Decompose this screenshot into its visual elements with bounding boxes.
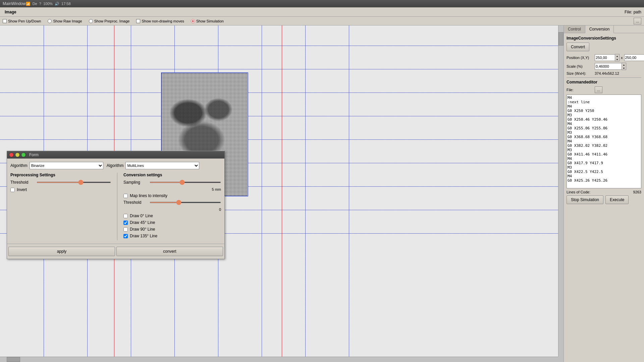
size-value: 374.44x562.12: [595, 71, 619, 75]
position-x-arrows[interactable]: ▲ ▼: [615, 54, 620, 61]
algo-left-select[interactable]: Binarize Grayscale Dithering: [30, 162, 103, 169]
threshold2-label: Threshold: [123, 200, 147, 205]
draw-135-row: Draw 135° Line: [123, 234, 221, 238]
sampling-slider[interactable]: [150, 182, 221, 183]
preprocessing-title: Preprocessing Settings: [10, 173, 111, 177]
lines-of-code-value: 9263: [633, 190, 641, 194]
dialog-max-btn[interactable]: [21, 153, 26, 157]
image-conversion-title: ImageConversionSettings: [567, 36, 641, 41]
cmd-file-row: File: ...: [567, 86, 641, 93]
volume-icon: 🔊: [55, 2, 59, 6]
scale-up[interactable]: ▲: [622, 63, 626, 66]
scroll-corner: [558, 357, 564, 362]
show-preproc-label: Show Preproc. Image: [94, 19, 130, 23]
draw-45-label: Draw 45° Line: [130, 220, 155, 225]
algo-right-select[interactable]: MultiLines Lines Spiral: [125, 162, 199, 169]
draw-135-checkbox[interactable]: [123, 234, 128, 238]
position-x-input[interactable]: ▲ ▼: [595, 54, 620, 61]
position-x-field[interactable]: [595, 54, 615, 61]
tab-conversion[interactable]: Conversion: [585, 25, 614, 33]
action-row: Stop Simulation Execute: [567, 195, 641, 204]
show-simulation-radio[interactable]: [191, 19, 195, 23]
show-raw-toggle[interactable]: Show Raw Image: [48, 19, 82, 23]
draw-90-checkbox[interactable]: [123, 227, 128, 232]
toolbar-ellipsis-btn[interactable]: ...: [634, 18, 641, 24]
map-lines-label: Map lines to intensity: [130, 193, 167, 198]
convert-dialog-button[interactable]: convert: [116, 247, 223, 256]
form-dialog: Form Algorithm Binarize Grayscale Dither…: [7, 151, 225, 259]
form-preprocessing: Preprocessing Settings Threshold Invert: [10, 173, 111, 240]
draw-135-label: Draw 135° Line: [130, 234, 157, 238]
invert-label: Invert: [17, 187, 27, 192]
draw-45-checkbox[interactable]: [123, 221, 128, 225]
show-simulation-toggle[interactable]: Show Simulation: [191, 19, 224, 23]
scale-arrows[interactable]: ▲ ▼: [622, 63, 626, 70]
form-panels: Preprocessing Settings Threshold Invert …: [10, 173, 221, 240]
draw-0-label: Draw 0° Line: [130, 214, 153, 218]
file-label: File:: [625, 10, 632, 14]
draw-0-checkbox[interactable]: [123, 214, 128, 218]
help-icon: ?: [39, 2, 41, 6]
time-display: 17:58: [61, 2, 71, 6]
panel-tabs: Control Conversion: [564, 25, 644, 33]
show-pen-checkbox[interactable]: [3, 19, 7, 23]
convert-button[interactable]: Convert: [567, 43, 589, 51]
apply-button[interactable]: apply: [8, 247, 115, 256]
scroll-thumb-h[interactable]: [7, 357, 20, 362]
threshold-slider[interactable]: [37, 182, 111, 183]
cmd-file-ellipsis[interactable]: ...: [595, 86, 602, 93]
titlebar-controls: 📶 De ? 100% 🔊 17:58: [26, 2, 71, 6]
algo-right-group: Algorithm MultiLines Lines Spiral: [107, 162, 200, 169]
show-raw-label: Show Raw Image: [53, 19, 82, 23]
threshold2-row: Threshold: [123, 200, 221, 205]
cmd-file-label: File:: [567, 88, 593, 92]
canvas-scrollbar-v[interactable]: [558, 25, 564, 357]
algo-right-label: Algorithm: [107, 163, 124, 168]
grid-h-4: [0, 116, 558, 116]
battery-indicator: 100%: [43, 2, 53, 6]
dialog-close-btn[interactable]: [9, 153, 14, 157]
scale-label: Scale (%): [567, 64, 593, 68]
position-x-down[interactable]: ▼: [615, 58, 619, 61]
canvas-scrollbar-h[interactable]: [0, 357, 558, 362]
scale-down[interactable]: ▼: [622, 66, 626, 70]
scale-input[interactable]: ▲ ▼: [595, 63, 626, 70]
dialog-min-btn[interactable]: [15, 153, 20, 157]
grid-h-2: [0, 69, 558, 69]
grid-v-7: [305, 25, 306, 357]
grid-h-1: [0, 46, 558, 46]
show-pen-toggle[interactable]: Show Pen Up/Down: [3, 19, 41, 23]
red-v-2: [282, 25, 282, 357]
sampling-value: 5 mm: [123, 187, 221, 191]
position-x-up[interactable]: ▲: [615, 54, 619, 58]
cmd-editor-title: Commandeditor: [567, 80, 641, 84]
show-preproc-radio[interactable]: [89, 19, 93, 23]
execute-btn[interactable]: Execute: [605, 195, 629, 204]
lines-of-code-row: Lines of Code: 9263: [567, 190, 641, 194]
position-y-input[interactable]: ▲ ▼: [624, 54, 644, 61]
grid-h-3: [0, 93, 558, 93]
cmd-textarea[interactable]: M4 :next line M4 G0 X250 Y250 M3 G0 X250…: [567, 95, 641, 188]
scroll-thumb-v[interactable]: [558, 32, 564, 46]
map-lines-checkbox[interactable]: [123, 194, 128, 198]
tab-control[interactable]: Control: [564, 25, 585, 33]
conversion-title: Conversion settings: [123, 173, 221, 177]
sampling-row: Sampling: [123, 180, 221, 185]
sampling-label: Sampling: [123, 180, 147, 185]
show-raw-radio[interactable]: [48, 19, 52, 23]
scale-field[interactable]: [595, 63, 622, 70]
titlebar: MainWindow 📶 De ? 100% 🔊 17:58: [0, 0, 644, 7]
divider-1: [567, 77, 641, 78]
menu-image[interactable]: Image: [3, 9, 18, 15]
show-non-drawing-toggle[interactable]: Show non-drawing moves: [136, 19, 184, 23]
threshold-label: Threshold: [10, 180, 34, 185]
position-y-field[interactable]: [624, 54, 644, 61]
draw-45-row: Draw 45° Line: [123, 220, 221, 225]
threshold2-slider[interactable]: [150, 202, 221, 203]
invert-checkbox[interactable]: [10, 188, 15, 192]
show-non-drawing-checkbox[interactable]: [136, 19, 140, 23]
show-preproc-toggle[interactable]: Show Preproc. Image: [89, 19, 130, 23]
grid-v-6: [262, 25, 262, 357]
position-row: Position (X,Y) ▲ ▼ x ▲ ▼: [567, 54, 641, 61]
stop-simulation-btn[interactable]: Stop Simulation: [567, 195, 603, 204]
